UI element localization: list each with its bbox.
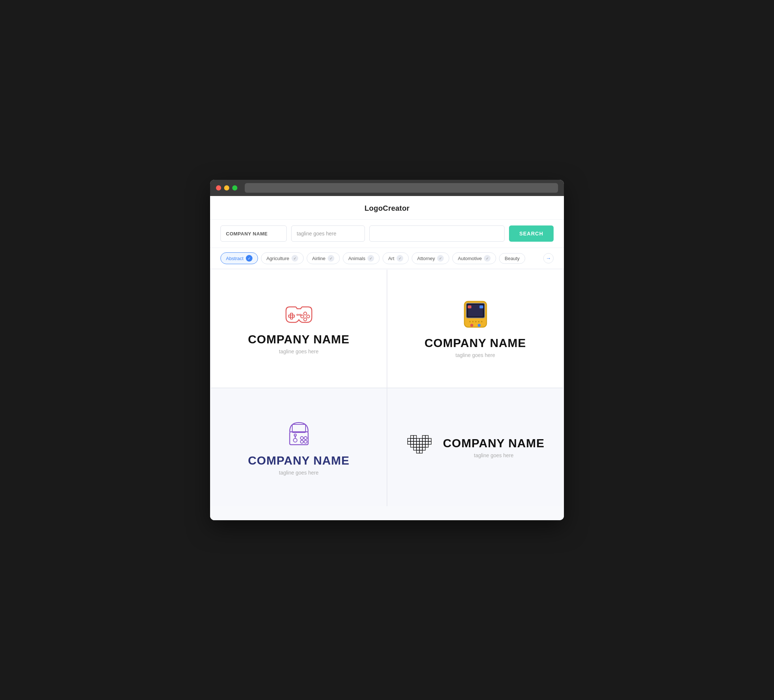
- company-name-input[interactable]: [220, 226, 287, 242]
- filter-check-agriculture: ✓: [291, 255, 298, 262]
- svg-rect-41: [408, 441, 410, 444]
- svg-point-27: [300, 440, 303, 443]
- svg-point-18: [470, 324, 473, 327]
- filter-label-automotive: Automotive: [458, 256, 482, 261]
- app-title: LogoCreator: [364, 204, 410, 212]
- svg-rect-20: [290, 432, 308, 445]
- svg-rect-57: [419, 447, 422, 450]
- filter-check-airline: ✓: [327, 255, 334, 262]
- filter-label-airline: Airline: [312, 256, 326, 261]
- svg-rect-50: [413, 444, 417, 447]
- logo-card-4[interactable]: COMPANY NAME tagline goes here: [387, 388, 563, 506]
- svg-rect-35: [413, 438, 417, 441]
- filter-bar: Abstract ✓ Agriculture ✓ Airline ✓ Anima…: [210, 248, 564, 269]
- svg-point-26: [304, 437, 307, 439]
- close-button[interactable]: [216, 185, 221, 190]
- svg-rect-34: [410, 438, 413, 441]
- svg-rect-52: [419, 444, 422, 447]
- svg-point-5: [301, 315, 304, 318]
- svg-rect-12: [480, 305, 483, 309]
- logo-tagline-1: tagline goes here: [279, 348, 318, 355]
- svg-rect-51: [417, 444, 419, 447]
- svg-point-3: [307, 315, 309, 318]
- tagline-input[interactable]: [291, 226, 365, 242]
- logo-company-name-3: COMPANY NAME: [248, 454, 350, 467]
- svg-rect-33: [408, 438, 410, 441]
- svg-rect-1: [289, 315, 294, 317]
- svg-rect-31: [422, 436, 425, 438]
- filter-label-animals: Animals: [348, 256, 365, 261]
- svg-rect-44: [417, 441, 419, 444]
- maximize-button[interactable]: [232, 185, 237, 190]
- filter-next-arrow[interactable]: →: [543, 253, 554, 263]
- svg-rect-45: [419, 441, 422, 444]
- gamepad-icon: [282, 303, 316, 325]
- svg-point-4: [304, 318, 307, 321]
- logo-tagline-3: tagline goes here: [279, 470, 318, 475]
- svg-rect-39: [425, 438, 428, 441]
- svg-rect-53: [422, 444, 425, 447]
- logo-card-1[interactable]: COMPANY NAME tagline goes here: [211, 270, 387, 388]
- svg-point-19: [478, 324, 481, 327]
- logo-company-name-1: COMPANY NAME: [248, 333, 350, 346]
- logo-tagline-2: tagline goes here: [456, 352, 495, 358]
- svg-rect-29: [410, 436, 413, 438]
- logo-company-name-4: COMPANY NAME: [443, 437, 545, 450]
- filter-check-animals: ✓: [367, 255, 374, 262]
- svg-rect-40: [428, 438, 431, 441]
- filter-chip-art[interactable]: Art ✓: [382, 253, 409, 264]
- app-header: LogoCreator: [210, 196, 564, 220]
- filter-chip-automotive[interactable]: Automotive ✓: [452, 253, 496, 264]
- svg-point-22: [293, 438, 297, 442]
- svg-point-17: [481, 321, 483, 322]
- browser-window: LogoCreator SEARCH Abstract ✓ Agricultur…: [210, 180, 564, 520]
- filter-chip-animals[interactable]: Animals ✓: [343, 253, 380, 264]
- svg-rect-56: [417, 447, 419, 450]
- search-button[interactable]: SEARCH: [509, 226, 554, 242]
- svg-rect-7: [299, 314, 301, 315]
- filter-check-attorney: ✓: [437, 255, 444, 262]
- svg-point-16: [478, 321, 480, 322]
- svg-point-28: [304, 440, 307, 443]
- svg-rect-11: [468, 305, 471, 309]
- svg-point-14: [472, 321, 474, 322]
- filter-check-automotive: ✓: [484, 255, 491, 262]
- svg-rect-30: [413, 436, 417, 438]
- svg-rect-32: [425, 436, 428, 438]
- filter-check-art: ✓: [397, 255, 403, 262]
- logo-card-2[interactable]: COMPANY NAME tagline goes here: [387, 270, 563, 388]
- svg-rect-21: [292, 424, 306, 433]
- url-bar[interactable]: [245, 183, 558, 193]
- minimize-button[interactable]: [224, 185, 229, 190]
- svg-point-2: [304, 312, 307, 315]
- svg-point-15: [475, 321, 476, 322]
- svg-rect-48: [428, 441, 431, 444]
- filter-chip-attorney[interactable]: Attorney ✓: [412, 253, 449, 264]
- gameboy-icon: [463, 299, 488, 329]
- svg-rect-37: [419, 438, 422, 441]
- logo-company-name-2: COMPANY NAME: [425, 336, 526, 350]
- search-bar: SEARCH: [210, 220, 564, 248]
- svg-rect-55: [413, 447, 417, 450]
- svg-rect-0: [290, 313, 293, 319]
- svg-rect-54: [425, 444, 428, 447]
- browser-titlebar: [210, 180, 564, 196]
- svg-rect-49: [410, 444, 413, 447]
- filter-chip-abstract[interactable]: Abstract ✓: [220, 253, 258, 264]
- keyword-input[interactable]: [369, 226, 504, 242]
- filter-label-agriculture: Agriculture: [266, 256, 289, 261]
- logo-grid: COMPANY NAME tagline goes here: [211, 270, 563, 506]
- logo-card-3[interactable]: COMPANY NAME tagline goes here: [211, 388, 387, 506]
- svg-rect-46: [422, 441, 425, 444]
- svg-point-24: [294, 434, 296, 436]
- filter-chip-agriculture[interactable]: Agriculture ✓: [261, 253, 304, 264]
- filter-chip-beauty[interactable]: Beauty: [499, 253, 525, 264]
- svg-point-25: [300, 437, 303, 439]
- filter-label-beauty: Beauty: [504, 256, 519, 261]
- svg-rect-58: [422, 447, 425, 450]
- svg-rect-42: [410, 441, 413, 444]
- filter-label-abstract: Abstract: [226, 256, 244, 261]
- filter-chip-airline[interactable]: Airline ✓: [307, 253, 340, 264]
- svg-rect-36: [417, 438, 419, 441]
- app-content: LogoCreator SEARCH Abstract ✓ Agricultur…: [210, 196, 564, 520]
